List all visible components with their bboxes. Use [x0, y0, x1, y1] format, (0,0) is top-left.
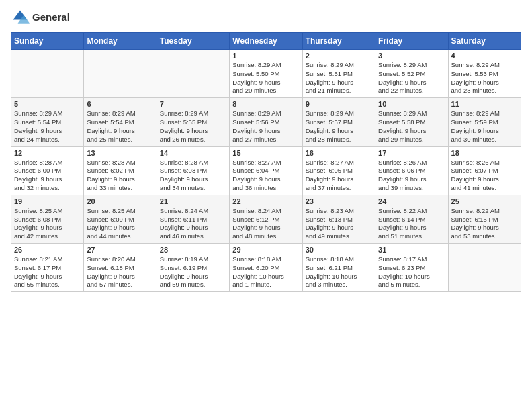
calendar: SundayMondayTuesdayWednesdayThursdayFrid…	[11, 32, 521, 292]
day-number: 20	[87, 197, 153, 205]
day-number: 7	[160, 100, 226, 108]
week-row-0: 1Sunrise: 8:29 AM Sunset: 5:50 PM Daylig…	[11, 50, 521, 98]
week-row-3: 19Sunrise: 8:25 AM Sunset: 6:08 PM Dayli…	[11, 195, 521, 243]
calendar-cell: 3Sunrise: 8:29 AM Sunset: 5:52 PM Daylig…	[375, 50, 448, 98]
calendar-cell	[11, 50, 84, 98]
header-saturday: Saturday	[448, 33, 521, 50]
calendar-cell: 17Sunrise: 8:26 AM Sunset: 6:06 PM Dayli…	[375, 146, 448, 195]
day-number: 25	[451, 197, 518, 205]
day-info: Sunrise: 8:27 AM Sunset: 6:05 PM Dayligh…	[306, 158, 372, 193]
day-number: 14	[160, 149, 226, 157]
day-number: 5	[14, 100, 81, 108]
day-info: Sunrise: 8:26 AM Sunset: 6:06 PM Dayligh…	[378, 158, 445, 193]
day-info: Sunrise: 8:24 AM Sunset: 6:12 PM Dayligh…	[232, 207, 299, 241]
day-number: 18	[451, 149, 518, 157]
day-info: Sunrise: 8:25 AM Sunset: 6:09 PM Dayligh…	[87, 207, 153, 241]
day-info: Sunrise: 8:24 AM Sunset: 6:11 PM Dayligh…	[160, 207, 226, 241]
calendar-cell	[448, 244, 521, 292]
calendar-cell: 10Sunrise: 8:29 AM Sunset: 5:58 PM Dayli…	[375, 98, 448, 146]
calendar-cell: 12Sunrise: 8:28 AM Sunset: 6:00 PM Dayli…	[11, 146, 84, 195]
calendar-cell: 18Sunrise: 8:26 AM Sunset: 6:07 PM Dayli…	[448, 146, 521, 195]
day-info: Sunrise: 8:26 AM Sunset: 6:07 PM Dayligh…	[451, 158, 518, 193]
day-number: 28	[160, 246, 226, 254]
calendar-cell: 26Sunrise: 8:21 AM Sunset: 6:17 PM Dayli…	[11, 244, 84, 292]
page: General SundayMondayTuesdayWednesdayThur…	[0, 0, 532, 411]
day-info: Sunrise: 8:17 AM Sunset: 6:23 PM Dayligh…	[378, 255, 445, 289]
day-info: Sunrise: 8:29 AM Sunset: 5:52 PM Dayligh…	[378, 61, 445, 95]
week-row-4: 26Sunrise: 8:21 AM Sunset: 6:17 PM Dayli…	[11, 244, 521, 292]
day-info: Sunrise: 8:18 AM Sunset: 6:20 PM Dayligh…	[232, 255, 299, 289]
calendar-cell	[157, 50, 229, 98]
day-number: 24	[378, 197, 445, 205]
day-info: Sunrise: 8:22 AM Sunset: 6:14 PM Dayligh…	[378, 207, 445, 241]
day-number: 6	[87, 100, 153, 108]
day-info: Sunrise: 8:20 AM Sunset: 6:18 PM Dayligh…	[87, 255, 153, 289]
calendar-cell: 5Sunrise: 8:29 AM Sunset: 5:54 PM Daylig…	[11, 98, 84, 146]
day-number: 13	[87, 149, 153, 157]
day-number: 4	[451, 52, 518, 60]
header-friday: Friday	[375, 33, 448, 50]
calendar-cell: 4Sunrise: 8:29 AM Sunset: 5:53 PM Daylig…	[448, 50, 521, 98]
day-number: 9	[306, 100, 372, 108]
day-info: Sunrise: 8:29 AM Sunset: 5:57 PM Dayligh…	[306, 109, 372, 144]
calendar-cell: 20Sunrise: 8:25 AM Sunset: 6:09 PM Dayli…	[84, 195, 157, 243]
calendar-cell: 27Sunrise: 8:20 AM Sunset: 6:18 PM Dayli…	[84, 244, 157, 292]
day-info: Sunrise: 8:29 AM Sunset: 5:56 PM Dayligh…	[232, 109, 299, 144]
day-info: Sunrise: 8:29 AM Sunset: 5:53 PM Dayligh…	[451, 61, 518, 95]
calendar-cell: 24Sunrise: 8:22 AM Sunset: 6:14 PM Dayli…	[375, 195, 448, 243]
calendar-cell: 22Sunrise: 8:24 AM Sunset: 6:12 PM Dayli…	[230, 195, 302, 243]
calendar-cell: 19Sunrise: 8:25 AM Sunset: 6:08 PM Dayli…	[11, 195, 84, 243]
header: General	[11, 8, 521, 27]
day-info: Sunrise: 8:29 AM Sunset: 5:58 PM Dayligh…	[378, 109, 445, 144]
day-number: 19	[14, 197, 81, 205]
calendar-cell: 11Sunrise: 8:29 AM Sunset: 5:59 PM Dayli…	[448, 98, 521, 146]
header-thursday: Thursday	[302, 33, 375, 50]
calendar-cell: 15Sunrise: 8:27 AM Sunset: 6:04 PM Dayli…	[230, 146, 302, 195]
day-info: Sunrise: 8:27 AM Sunset: 6:04 PM Dayligh…	[232, 158, 299, 193]
day-info: Sunrise: 8:22 AM Sunset: 6:15 PM Dayligh…	[451, 207, 518, 241]
day-info: Sunrise: 8:29 AM Sunset: 5:51 PM Dayligh…	[306, 61, 372, 95]
week-row-2: 12Sunrise: 8:28 AM Sunset: 6:00 PM Dayli…	[11, 146, 521, 195]
day-number: 22	[232, 197, 299, 205]
calendar-cell: 8Sunrise: 8:29 AM Sunset: 5:56 PM Daylig…	[230, 98, 302, 146]
day-number: 31	[378, 246, 445, 254]
day-info: Sunrise: 8:29 AM Sunset: 5:59 PM Dayligh…	[451, 109, 518, 144]
day-info: Sunrise: 8:19 AM Sunset: 6:19 PM Dayligh…	[160, 255, 226, 289]
header-sunday: Sunday	[11, 33, 84, 50]
calendar-cell: 23Sunrise: 8:23 AM Sunset: 6:13 PM Dayli…	[302, 195, 375, 243]
day-info: Sunrise: 8:25 AM Sunset: 6:08 PM Dayligh…	[14, 207, 81, 241]
calendar-header-row: SundayMondayTuesdayWednesdayThursdayFrid…	[11, 33, 521, 50]
day-info: Sunrise: 8:29 AM Sunset: 5:55 PM Dayligh…	[160, 109, 226, 144]
day-number: 29	[232, 246, 299, 254]
calendar-cell: 25Sunrise: 8:22 AM Sunset: 6:15 PM Dayli…	[448, 195, 521, 243]
calendar-cell: 13Sunrise: 8:28 AM Sunset: 6:02 PM Dayli…	[84, 146, 157, 195]
calendar-cell: 29Sunrise: 8:18 AM Sunset: 6:20 PM Dayli…	[230, 244, 302, 292]
day-info: Sunrise: 8:28 AM Sunset: 6:02 PM Dayligh…	[87, 158, 153, 193]
day-info: Sunrise: 8:21 AM Sunset: 6:17 PM Dayligh…	[14, 255, 81, 289]
header-tuesday: Tuesday	[157, 33, 229, 50]
day-number: 23	[306, 197, 372, 205]
day-info: Sunrise: 8:23 AM Sunset: 6:13 PM Dayligh…	[306, 207, 372, 241]
calendar-cell: 14Sunrise: 8:28 AM Sunset: 6:03 PM Dayli…	[157, 146, 229, 195]
day-number: 8	[232, 100, 299, 108]
day-number: 11	[451, 100, 518, 108]
logo: General	[11, 8, 70, 27]
calendar-cell	[84, 50, 157, 98]
header-wednesday: Wednesday	[230, 33, 302, 50]
day-number: 2	[306, 52, 372, 60]
day-info: Sunrise: 8:28 AM Sunset: 6:03 PM Dayligh…	[160, 158, 226, 193]
day-number: 30	[306, 246, 372, 254]
logo-text: General	[32, 12, 70, 24]
calendar-cell: 21Sunrise: 8:24 AM Sunset: 6:11 PM Dayli…	[157, 195, 229, 243]
calendar-cell: 7Sunrise: 8:29 AM Sunset: 5:55 PM Daylig…	[157, 98, 229, 146]
calendar-cell: 30Sunrise: 8:18 AM Sunset: 6:21 PM Dayli…	[302, 244, 375, 292]
calendar-cell: 1Sunrise: 8:29 AM Sunset: 5:50 PM Daylig…	[230, 50, 302, 98]
calendar-cell: 28Sunrise: 8:19 AM Sunset: 6:19 PM Dayli…	[157, 244, 229, 292]
calendar-cell: 6Sunrise: 8:29 AM Sunset: 5:54 PM Daylig…	[84, 98, 157, 146]
day-info: Sunrise: 8:28 AM Sunset: 6:00 PM Dayligh…	[14, 158, 81, 193]
logo-icon	[11, 8, 30, 27]
day-number: 26	[14, 246, 81, 254]
day-number: 16	[306, 149, 372, 157]
header-monday: Monday	[84, 33, 157, 50]
day-number: 17	[378, 149, 445, 157]
